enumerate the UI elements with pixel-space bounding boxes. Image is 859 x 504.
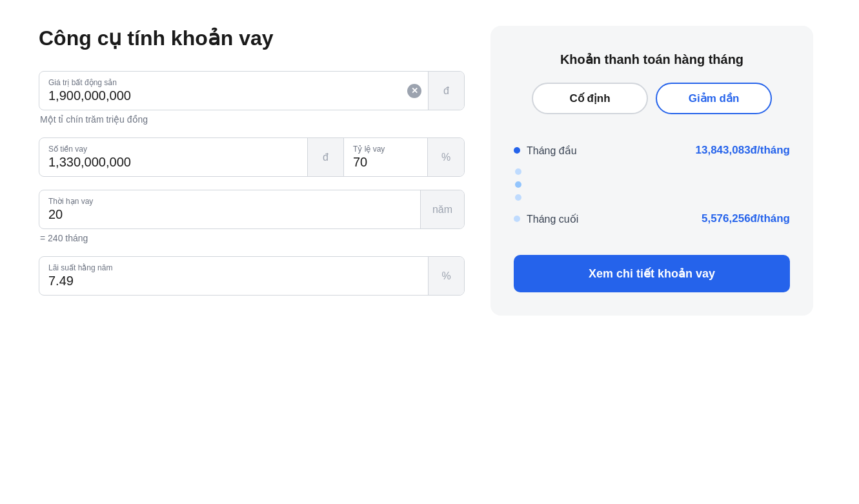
clear-icon[interactable]: ✕ [407,84,421,98]
clear-button[interactable]: ✕ [401,72,428,110]
property-value-label: Giá trị bất động sản [48,78,392,87]
page-title: Công cụ tính khoản vay [39,26,465,50]
loan-term-suffix: năm [420,190,464,228]
right-title: Khoản thanh toán hàng tháng [560,52,743,67]
loan-amount-row: Số tiền vay đ Tỷ lệ vay % [39,137,465,177]
interest-rate-row: Lãi suất hằng năm % [39,256,465,296]
property-value-suffix: đ [428,72,464,110]
last-month-dot [514,216,520,222]
first-month-amount: 13,843,083đ/tháng [696,144,790,157]
loan-amount-suffix: đ [308,138,344,176]
first-month-row: Tháng đầu 13,843,083đ/tháng [514,137,790,163]
loan-term-input[interactable] [48,207,411,222]
left-panel: Công cụ tính khoản vay Giá trị bất động … [39,26,465,316]
property-value-helper: Một tỉ chín trăm triệu đồng [40,114,465,125]
interest-rate-suffix: % [428,257,464,295]
loan-amount-left: Số tiền vay [39,138,308,176]
dot-1 [515,168,521,175]
first-month-label-group: Tháng đầu [514,145,577,157]
property-value-group: Giá trị bất động sản ✕ đ Một tỉ chín tră… [39,71,465,125]
detail-button[interactable]: Xem chi tiết khoản vay [514,255,790,292]
payment-details: Tháng đầu 13,843,083đ/tháng Tháng cuối 5… [514,137,790,232]
interest-rate-group: Lãi suất hằng năm % [39,256,465,296]
last-month-row: Tháng cuối 5,576,256đ/tháng [514,206,790,232]
last-month-amount: 5,576,256đ/tháng [702,212,790,225]
right-panel: Khoản thanh toán hàng tháng Cố định Giảm… [490,26,813,316]
loan-term-row: Thời hạn vay năm [39,190,465,229]
dot-3 [515,194,521,201]
last-month-label: Tháng cuối [527,213,578,225]
dot-2 [515,181,521,188]
property-value-main: Giá trị bất động sản [39,72,401,110]
first-month-label: Tháng đầu [527,145,577,157]
loan-amount-label: Số tiền vay [48,145,298,154]
main-container: Công cụ tính khoản vay Giá trị bất động … [39,26,820,316]
loan-amount-group: Số tiền vay đ Tỷ lệ vay % [39,137,465,177]
loan-term-group: Thời hạn vay năm = 240 tháng [39,190,465,243]
interest-rate-input[interactable] [48,274,419,288]
loan-ratio-label: Tỷ lệ vay [353,145,418,154]
loan-term-main: Thời hạn vay [39,190,420,228]
loan-term-helper: = 240 tháng [40,233,465,243]
last-month-label-group: Tháng cuối [514,213,578,225]
interest-rate-label: Lãi suất hằng năm [48,263,419,272]
loan-ratio-suffix: % [428,138,464,176]
loan-ratio-input[interactable] [353,155,418,170]
toggle-group: Cố định Giảm dần [514,83,790,114]
fixed-toggle-button[interactable]: Cố định [532,83,648,114]
loan-ratio-field: Tỷ lệ vay [344,138,428,176]
decreasing-toggle-button[interactable]: Giảm dần [656,83,772,114]
first-month-dot [514,147,520,154]
loan-amount-input[interactable] [48,155,298,170]
middle-dots [514,163,790,206]
property-value-row: Giá trị bất động sản ✕ đ [39,71,465,110]
interest-rate-main: Lãi suất hằng năm [39,257,428,295]
loan-term-label: Thời hạn vay [48,197,411,206]
property-value-input[interactable] [48,88,392,103]
